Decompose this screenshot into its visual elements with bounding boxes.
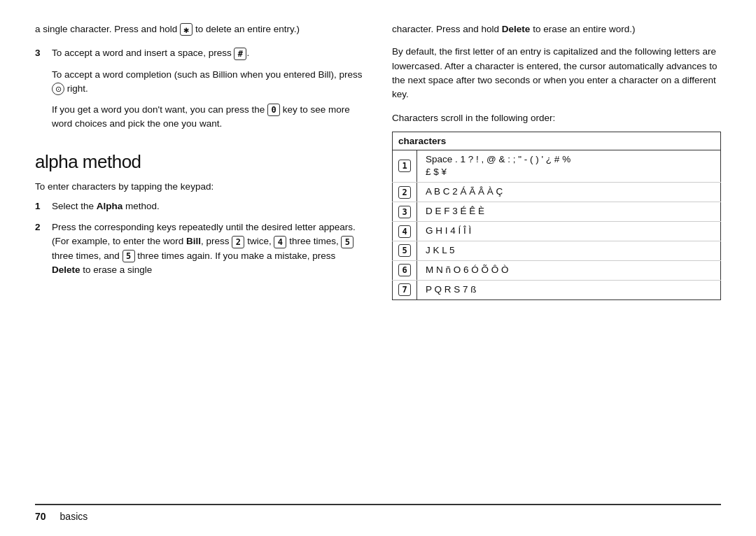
numbered-item-1: 1 Select the Alpha method. <box>35 199 364 213</box>
table-row: 7 P Q R S 7 ß <box>393 280 721 299</box>
content-columns: a single character. Press and hold ✱ to … <box>35 22 721 494</box>
table-row: 6 M N ñ O 6 Ó Õ Ô Ò <box>393 260 721 280</box>
key-4-box: 4 <box>398 225 411 238</box>
key-7-box: 7 <box>398 283 411 296</box>
chars-cell-7: P Q R S 7 ß <box>417 280 721 299</box>
key-3-box: 3 <box>398 206 411 218</box>
key-5a: 5 <box>341 236 354 248</box>
star-key-icon: ✱ <box>180 23 192 36</box>
delete-bold: Delete <box>52 265 80 275</box>
section-heading: alpha method <box>35 151 364 173</box>
sub-para-1: To accept a word completion (such as Bil… <box>52 68 364 97</box>
page: a single character. Press and hold ✱ to … <box>0 0 756 536</box>
top-text-left: a single character. Press and hold ✱ to … <box>35 22 364 36</box>
sub-para-2: If you get a word you don't want, you ca… <box>52 103 364 132</box>
chars-cell-3: D E F 3 É Ê È <box>417 202 721 222</box>
key-4: 4 <box>274 236 286 248</box>
key-cell-6: 6 <box>393 260 417 280</box>
item-2-number: 2 <box>35 220 49 277</box>
footer: 70 basics <box>35 504 721 522</box>
footer-section: basics <box>60 511 88 522</box>
left-column: a single character. Press and hold ✱ to … <box>35 22 364 494</box>
character-table: characters 1 Space . 1 ? ! , @ & : ; " -… <box>392 132 721 300</box>
chars-scroll-text: Characters scroll in the following order… <box>392 111 721 125</box>
item-2-content: Press the corresponding keys repeatedly … <box>52 220 364 277</box>
key-cell-4: 4 <box>393 222 417 241</box>
key-cell-2: 2 <box>393 183 417 202</box>
table-row: 4 G H I 4 Í Î Ì <box>393 222 721 241</box>
item-1-content: Select the Alpha method. <box>52 199 364 213</box>
alpha-bold: Alpha <box>97 201 123 211</box>
key-2: 2 <box>232 236 244 248</box>
delete-bold-right: Delete <box>502 24 531 34</box>
page-number: 70 <box>35 511 46 522</box>
zero-key: 0 <box>267 104 280 116</box>
table-row: 2 A B C 2 Á Ã Â À Ç <box>393 183 721 202</box>
item-3-content: To accept a word and insert a space, pre… <box>52 46 364 60</box>
item-3-number: 3 <box>35 46 49 60</box>
chars-cell-4: G H I 4 Í Î Ì <box>417 222 721 241</box>
numbered-item-3: 3 To accept a word and insert a space, p… <box>35 46 364 60</box>
intro-text: To enter characters by tapping the keypa… <box>35 180 364 194</box>
chars-cell-6: M N ñ O 6 Ó Õ Ô Ò <box>417 260 721 280</box>
table-row: 5 J K L 5 <box>393 241 721 260</box>
key-cell-5: 5 <box>393 241 417 260</box>
key-6-box: 6 <box>398 264 411 276</box>
key-1-box: 1 <box>398 160 411 172</box>
right-body-text: By default, the first letter of an entry… <box>392 45 721 101</box>
right-column: character. Press and hold Delete to eras… <box>392 22 721 494</box>
numbered-item-2: 2 Press the corresponding keys repeatedl… <box>35 220 364 277</box>
key-cell-1: 1 <box>393 150 417 183</box>
key-5b: 5 <box>122 250 135 262</box>
table-row: 1 Space . 1 ? ! , @ & : ; " - ( ) ' ¿ # … <box>393 150 721 183</box>
table-row: 3 D E F 3 É Ê È <box>393 202 721 222</box>
table-header: characters <box>393 132 721 150</box>
key-5-box: 5 <box>398 244 411 257</box>
key-cell-7: 7 <box>393 280 417 299</box>
hash-key: # <box>234 48 246 60</box>
chars-cell-5: J K L 5 <box>417 241 721 260</box>
chars-cell-1: Space . 1 ? ! , @ & : ; " - ( ) ' ¿ # %£… <box>417 150 721 183</box>
right-top-text: character. Press and hold Delete to eras… <box>392 22 721 36</box>
key-2-box: 2 <box>398 186 411 199</box>
chars-cell-2: A B C 2 Á Ã Â À Ç <box>417 183 721 202</box>
bill-bold: Bill <box>186 236 201 246</box>
key-cell-3: 3 <box>393 202 417 222</box>
nav-right-icon: ⊙ <box>52 83 64 95</box>
item-1-number: 1 <box>35 199 49 213</box>
